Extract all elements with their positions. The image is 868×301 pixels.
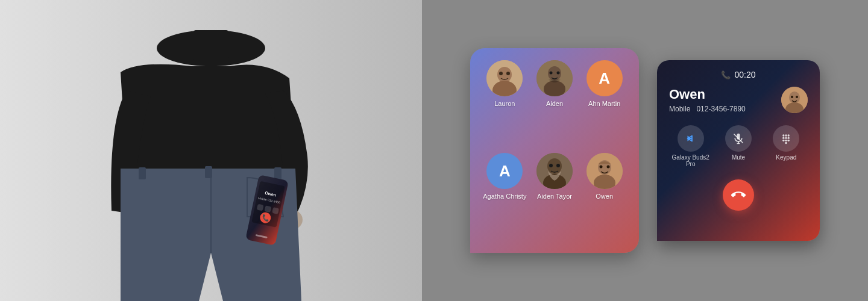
contact-agatha-christy[interactable]: A Agatha Christy bbox=[482, 153, 527, 241]
contact-ahn-martin[interactable]: A Ahn Martin bbox=[582, 60, 627, 148]
svg-rect-5 bbox=[139, 167, 146, 179]
keypad-icon bbox=[780, 132, 792, 144]
caller-name: Owen bbox=[669, 87, 781, 102]
contact-name-aiden-tayor: Aiden Tayor bbox=[537, 193, 572, 200]
action-label-mute: Mute bbox=[732, 154, 745, 161]
avatar-aiden-tayor bbox=[536, 153, 573, 189]
contacts-grid: Lauron Aiden bbox=[482, 60, 627, 241]
right-section: Lauron Aiden bbox=[422, 0, 868, 301]
svg-point-56 bbox=[788, 140, 790, 141]
left-background: Owen Mobile 012-3456 📞 bbox=[0, 0, 422, 301]
svg-point-26 bbox=[549, 72, 552, 75]
svg-point-36 bbox=[599, 166, 602, 169]
keypad-icon-bg bbox=[773, 125, 799, 152]
svg-point-42 bbox=[796, 96, 798, 98]
svg-point-52 bbox=[785, 137, 787, 139]
action-keypad[interactable]: Keypad bbox=[765, 125, 808, 167]
svg-point-49 bbox=[785, 134, 787, 136]
contacts-card: Lauron Aiden bbox=[470, 48, 639, 253]
avatar-initial-ahn: A bbox=[599, 69, 610, 88]
svg-point-19 bbox=[497, 67, 512, 82]
caller-avatar bbox=[781, 87, 808, 113]
svg-point-54 bbox=[782, 140, 784, 141]
action-label-galaxy-buds: Galaxy Buds2 Pro bbox=[672, 154, 709, 167]
caller-label: Mobile bbox=[669, 105, 690, 113]
avatar-lauron bbox=[486, 60, 523, 96]
svg-point-57 bbox=[785, 142, 787, 144]
svg-point-37 bbox=[606, 166, 609, 169]
end-call-icon bbox=[731, 188, 746, 202]
person-illustration: Owen Mobile 012-3456 📞 bbox=[0, 0, 422, 301]
call-card: 📞 00:20 Owen Mobile 012-3456-7890 bbox=[657, 60, 820, 241]
avatar-owen bbox=[587, 153, 623, 189]
svg-point-22 bbox=[506, 72, 510, 75]
contact-name-lauron: Lauron bbox=[494, 100, 515, 107]
svg-point-27 bbox=[556, 72, 559, 75]
contact-name-owen: Owen bbox=[596, 193, 613, 200]
svg-point-51 bbox=[782, 137, 784, 139]
caller-details: Owen Mobile 012-3456-7890 bbox=[669, 87, 781, 113]
contact-aiden-tayor[interactable]: Aiden Tayor bbox=[532, 153, 577, 241]
contact-name-agatha-christy: Agatha Christy bbox=[483, 193, 526, 200]
svg-rect-2 bbox=[193, 30, 229, 60]
decline-button[interactable] bbox=[723, 179, 754, 211]
galaxy-buds-icon-bg bbox=[678, 125, 704, 152]
avatar-agatha-christy: A bbox=[486, 153, 523, 189]
action-label-keypad: Keypad bbox=[776, 154, 796, 161]
bluetooth-icon bbox=[684, 132, 697, 145]
contact-aiden[interactable]: Aiden bbox=[532, 60, 577, 148]
svg-point-41 bbox=[791, 96, 793, 98]
svg-point-55 bbox=[785, 140, 787, 141]
caller-number: Mobile 012-3456-7890 bbox=[669, 105, 781, 113]
call-timer: 00:20 bbox=[734, 70, 755, 79]
avatar-ahn-martin: A bbox=[587, 60, 623, 96]
decline-row bbox=[669, 179, 808, 211]
action-mute[interactable]: Mute bbox=[717, 125, 760, 167]
avatar-initial-agatha: A bbox=[499, 162, 511, 181]
contact-owen[interactable]: Owen bbox=[582, 153, 627, 241]
svg-point-21 bbox=[499, 72, 503, 75]
svg-point-48 bbox=[782, 134, 784, 136]
svg-point-53 bbox=[788, 137, 790, 139]
svg-point-31 bbox=[549, 164, 553, 167]
caller-info: Owen Mobile 012-3456-7890 bbox=[669, 87, 808, 113]
contact-lauron[interactable]: Lauron bbox=[482, 60, 527, 148]
svg-point-32 bbox=[556, 164, 560, 167]
call-actions: Galaxy Buds2 Pro Mute bbox=[669, 125, 808, 167]
svg-rect-7 bbox=[274, 167, 281, 179]
call-header: 📞 00:20 bbox=[669, 70, 808, 79]
svg-point-50 bbox=[788, 134, 790, 136]
caller-number-value: 012-3456-7890 bbox=[696, 105, 745, 113]
avatar-aiden bbox=[536, 60, 573, 96]
contact-name-ahn-martin: Ahn Martin bbox=[588, 100, 620, 107]
call-phone-icon: 📞 bbox=[721, 70, 731, 79]
action-galaxy-buds[interactable]: Galaxy Buds2 Pro bbox=[669, 125, 712, 167]
mute-icon bbox=[732, 132, 744, 144]
mute-icon-bg bbox=[725, 125, 752, 152]
contact-name-aiden: Aiden bbox=[546, 100, 563, 107]
svg-rect-6 bbox=[205, 166, 212, 178]
